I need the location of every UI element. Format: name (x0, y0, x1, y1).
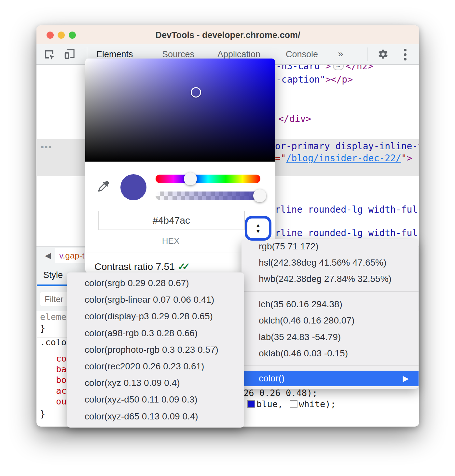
alpha-slider-handle[interactable] (253, 189, 266, 202)
tab-console[interactable]: Console (286, 44, 318, 64)
submenu-item-srgb-linear[interactable]: color(srgb-linear 0.07 0.06 0.41) (67, 293, 244, 307)
css-value-white[interactable]: white); (299, 399, 336, 409)
toolbar-divider-right (367, 47, 367, 61)
hex-format-label: HEX (98, 236, 243, 246)
css-property[interactable]: ac (56, 386, 67, 396)
submenu-item-xyz-d50[interactable]: color(xyz-d50 0.11 0.09 0.3) (67, 392, 244, 407)
hue-slider-handle[interactable] (184, 172, 197, 185)
screenshot-canvas: { "window": { "title": "DevTools - devel… (0, 0, 455, 476)
shade-selector-ring[interactable] (191, 87, 201, 98)
dom-line-r1[interactable]: rline rounded-lg width-ful (275, 205, 418, 215)
more-tabs-chevron-icon[interactable]: » (338, 44, 343, 64)
hex-value-input[interactable] (98, 211, 245, 230)
menu-item-oklab[interactable]: oklab(0.46 0.03 -0.15) (241, 346, 419, 361)
css-property[interactable]: ba (56, 364, 67, 374)
css-value-fragment[interactable]: 26 0.26 0.48); (243, 388, 318, 398)
submenu-item-srgb[interactable]: color(srgb 0.29 0.28 0.67) (67, 276, 244, 290)
submenu-arrow-icon: ▶ (403, 371, 409, 386)
white-color-swatch[interactable] (290, 400, 297, 408)
element-style-selector[interactable]: eleme (40, 312, 66, 322)
dom-selected-line2[interactable]: ="/blog/insider-dec-22/"> (275, 153, 412, 164)
spinner-down-icon[interactable]: ▼ (255, 229, 261, 234)
blue-color-swatch[interactable] (247, 400, 255, 408)
shade-gradient-area[interactable] (85, 59, 275, 162)
menu-item-oklch[interactable]: oklch(0.46 0.16 280.07) (241, 313, 419, 328)
menu-item-lch[interactable]: lch(35 60.16 294.38) (241, 297, 419, 311)
rule-close-brace: } (40, 324, 45, 333)
css-property[interactable]: bo (56, 375, 67, 385)
hue-slider[interactable] (156, 175, 260, 183)
dom-selected-line1[interactable]: or-primary display-inline-f (275, 141, 419, 152)
css-property[interactable]: ou (56, 397, 67, 406)
eyedropper-icon[interactable] (96, 179, 111, 194)
tab-styles[interactable]: Style (43, 264, 63, 286)
menu-item-hsl[interactable]: hsl(242.38deg 41.56% 47.65%) (241, 256, 419, 270)
contrast-pass-checkmarks-icon: ✓✓ (177, 261, 190, 272)
menu-item-hwb[interactable]: hwb(242.38deg 27.84% 32.55%) (241, 272, 419, 286)
dom-line-p[interactable]: -caption"></p> (276, 74, 353, 85)
submenu-item-prophoto[interactable]: color(prophoto-rgb 0.3 0.23 0.57) (67, 343, 244, 357)
menu-separator (241, 291, 419, 292)
contrast-ratio-row[interactable]: Contrast ratio 7.51 ✓✓ (94, 261, 190, 272)
current-color-swatch (120, 174, 146, 200)
dom-line-div-close[interactable]: </div> (278, 114, 311, 124)
device-toolbar-icon[interactable] (63, 48, 76, 60)
color-format-spinner[interactable]: ▲ ▼ (245, 216, 271, 241)
submenu-item-a98-rgb[interactable]: color(a98-rgb 0.3 0.28 0.66) (67, 326, 244, 340)
menu-item-rgb[interactable]: rgb(75 71 172) (241, 239, 419, 254)
submenu-item-xyz-d65[interactable]: color(xyz-d65 0.13 0.09 0.4) (67, 409, 244, 424)
spinner-up-icon[interactable]: ▲ (255, 223, 261, 228)
submenu-item-xyz[interactable]: color(xyz 0.13 0.09 0.4) (67, 376, 244, 390)
css-selector[interactable]: .colo (40, 337, 66, 347)
dom-line-r2[interactable]: rline rounded-lg width-ful (275, 228, 418, 238)
menu-separator (241, 365, 419, 366)
rule-close-brace: } (40, 409, 45, 419)
menu-item-color-selected[interactable]: color()▶ (241, 371, 419, 386)
color-space-submenu: color(srgb 0.29 0.28 0.67) color(srgb-li… (67, 272, 244, 428)
color-format-menu: rgb(75 71 172) hsl(242.38deg 41.56% 47.6… (241, 239, 419, 389)
breadcrumb-back-icon[interactable]: ◀ (45, 251, 51, 260)
title-bar: DevTools - developer.chrome.com/ (36, 25, 419, 45)
css-property[interactable]: co (56, 354, 67, 364)
alpha-slider[interactable] (156, 192, 260, 200)
menu-item-lab[interactable]: lab(35 24.83 -54.79) (241, 330, 419, 344)
submenu-item-display-p3[interactable]: color(display-p3 0.29 0.28 0.65) (67, 309, 244, 324)
css-value-blue[interactable]: blue, (256, 399, 288, 409)
submenu-item-rec2020[interactable]: color(rec2020 0.26 0.23 0.61) (67, 359, 244, 374)
dom-row-ellipsis[interactable]: ••• (41, 142, 52, 152)
window-title: DevTools - developer.chrome.com/ (36, 25, 419, 44)
href-link[interactable]: /blog/insider-dec-22/ (286, 153, 401, 164)
settings-gear-icon[interactable] (377, 48, 389, 61)
inspect-element-icon[interactable] (43, 48, 55, 60)
